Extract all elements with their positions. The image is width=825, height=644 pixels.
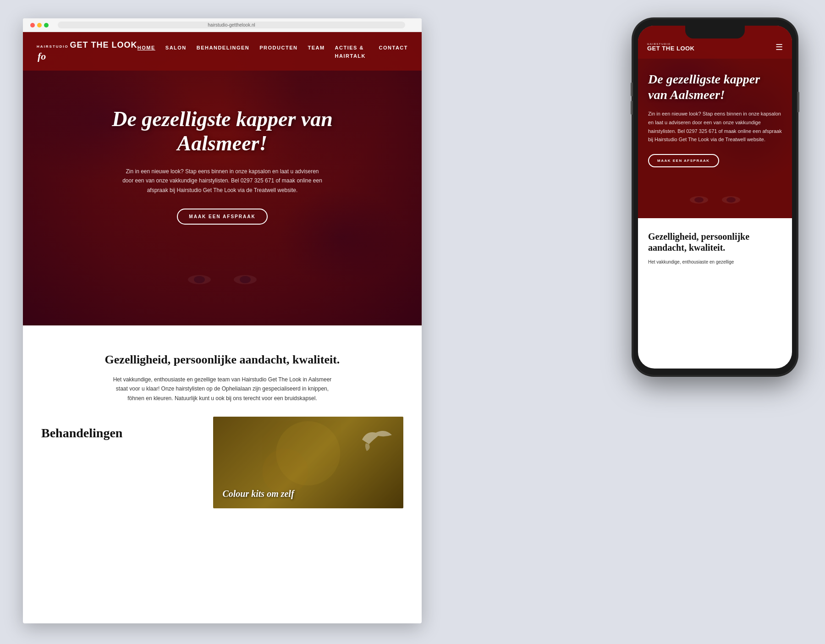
minimize-dot[interactable] xyxy=(37,23,42,28)
desktop-behandelingen-section: Behandelingen xyxy=(41,417,213,508)
volume-down-button xyxy=(631,101,632,115)
phone-screen: HAIRSTUDIO GET THE LOOK ☰ De gezelligste… xyxy=(638,26,792,369)
desktop-section-title: Gezelligheid, persoonlijke aandacht, kwa… xyxy=(41,353,403,367)
logo-main-text: GET THE LOOK xyxy=(70,40,138,50)
mobile-face-decoration xyxy=(669,182,761,218)
nav-link-producten[interactable]: PRODUCTEN xyxy=(259,45,297,50)
desktop-mockup: hairstudio-getthelook.nl HAIRSTUDIO GET … xyxy=(23,18,422,623)
power-button xyxy=(798,92,799,112)
desktop-section-description: Het vakkundige, enthousiaste en gezellig… xyxy=(112,375,332,403)
desktop-bottom-row: Behandelingen Colour kits om zelf xyxy=(41,417,403,508)
mobile-hero-content: De gezelligste kapper van Aalsmeer! Zin … xyxy=(638,59,792,176)
hamburger-menu-icon[interactable]: ☰ xyxy=(776,42,783,52)
logo-top-text: HAIRSTUDIO xyxy=(37,44,69,49)
close-dot[interactable] xyxy=(30,23,35,28)
mobile-section-description: Het vakkundige, enthousiaste en gezellig… xyxy=(648,259,782,266)
phone-frame: HAIRSTUDIO GET THE LOOK ☰ De gezelligste… xyxy=(632,18,798,376)
nav-item-team[interactable]: TEAM xyxy=(308,43,324,60)
nav-link-home[interactable]: HOME xyxy=(138,45,155,50)
svg-point-3 xyxy=(240,276,251,283)
maximize-dot[interactable] xyxy=(44,23,49,28)
svg-point-9 xyxy=(726,197,736,203)
volume-up-button xyxy=(631,83,632,96)
mobile-mockup: HAIRSTUDIO GET THE LOOK ☰ De gezelligste… xyxy=(632,18,798,376)
desktop-hero-title: De gezelligste kapper van Aalsmeer! xyxy=(69,107,376,156)
desktop-white-section: Gezelligheid, persoonlijke aandacht, kwa… xyxy=(23,325,422,527)
phone-notch xyxy=(685,26,745,39)
nav-item-salon[interactable]: SALON xyxy=(165,43,187,60)
browser-chrome: hairstudio-getthelook.nl xyxy=(23,18,422,32)
mobile-hero: HAIRSTUDIO GET THE LOOK ☰ De gezelligste… xyxy=(638,26,792,218)
mobile-logo: HAIRSTUDIO GET THE LOOK xyxy=(647,43,695,52)
desktop-behandelingen-title: Behandelingen xyxy=(41,426,199,440)
mobile-white-section: Gezelligheid, persoonlijke aandacht, kwa… xyxy=(638,218,792,275)
svg-point-5 xyxy=(263,449,308,495)
desktop-hero: HAIRSTUDIO GET THE LOOK fo HOME SALON BE… xyxy=(23,32,422,325)
nav-link-team[interactable]: TEAM xyxy=(308,45,324,50)
desktop-logo: HAIRSTUDIO GET THE LOOK fo xyxy=(37,40,138,62)
mobile-hero-title: De gezelligste kapper van Aalsmeer! xyxy=(648,72,782,102)
mobile-section-title: Gezelligheid, persoonlijke aandacht, kwa… xyxy=(648,231,782,253)
bird-icon xyxy=(358,426,394,453)
desktop-navigation: HAIRSTUDIO GET THE LOOK fo HOME SALON BE… xyxy=(23,32,422,71)
mobile-logo-main: GET THE LOOK xyxy=(647,45,695,52)
image-card-title: Colour kits om zelf xyxy=(222,489,294,499)
hero-face-decoration xyxy=(154,234,291,325)
desktop-hero-description: Zin in een nieuwe look? Stap eens binnen… xyxy=(121,167,323,195)
browser-dots xyxy=(30,23,49,28)
svg-point-8 xyxy=(694,197,704,203)
nav-item-producten[interactable]: PRODUCTEN xyxy=(259,43,297,60)
nav-item-behandelingen[interactable]: BEHANDELINGEN xyxy=(197,43,249,60)
nav-item-acties[interactable]: ACTIES & HAIRTALK xyxy=(335,43,369,60)
nav-links: HOME SALON BEHANDELINGEN PRODUCTEN TEAM … xyxy=(138,43,408,60)
nav-link-contact[interactable]: CONTACT xyxy=(379,45,408,50)
svg-point-2 xyxy=(194,276,205,283)
logo-script: fo xyxy=(38,50,46,62)
desktop-image-card: Colour kits om zelf xyxy=(213,417,403,508)
nav-item-home[interactable]: HOME xyxy=(138,43,155,60)
mobile-hero-description: Zin in een nieuwe look? Stap eens binnen… xyxy=(648,110,782,144)
nav-link-behandelingen[interactable]: BEHANDELINGEN xyxy=(197,45,249,50)
nav-link-acties[interactable]: ACTIES & HAIRTALK xyxy=(335,45,366,59)
nav-item-contact[interactable]: CONTACT xyxy=(379,43,408,60)
url-bar[interactable]: hairstudio-getthelook.nl xyxy=(58,22,405,28)
desktop-hero-content: De gezelligste kapper van Aalsmeer! Zin … xyxy=(23,71,422,243)
nav-link-salon[interactable]: SALON xyxy=(165,45,187,50)
mobile-appointment-button[interactable]: MAAK EEN AFSPRAAK xyxy=(648,154,719,167)
desktop-appointment-button[interactable]: MAAK EEN AFSPRAAK xyxy=(177,209,267,225)
